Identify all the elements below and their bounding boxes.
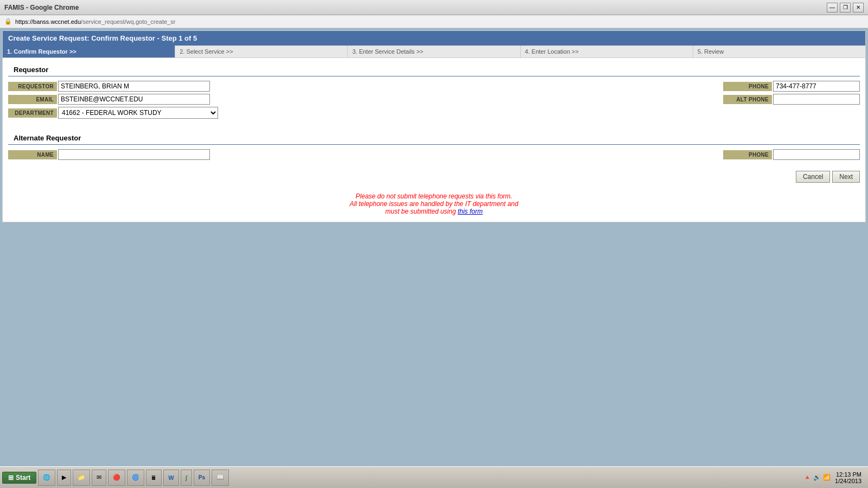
page-header: Create Service Request: Confirm Requesto… — [3, 31, 865, 46]
restore-button[interactable]: ❐ — [840, 3, 851, 12]
photoshop-icon: Ps — [199, 474, 205, 480]
close-button[interactable]: ✕ — [853, 3, 864, 12]
minimize-button[interactable]: — — [827, 3, 838, 12]
taskbar-calc[interactable]: 🖩 — [146, 470, 162, 486]
alt-name-input[interactable] — [58, 149, 210, 160]
alt-phone-label: ALT PHONE — [723, 95, 772, 104]
warning-line3: must be submitted using this form — [8, 208, 860, 215]
email-label: EMAIL — [8, 95, 57, 104]
app1-icon: 🔴 — [113, 474, 120, 481]
media-icon: ▶ — [62, 474, 66, 481]
cancel-button[interactable]: Cancel — [796, 171, 830, 183]
requestor-left: REQUESTOR — [8, 81, 434, 92]
phone-input[interactable] — [773, 81, 860, 92]
alt-phone-row-right: PHONE — [434, 149, 860, 160]
alt-phone-input[interactable] — [773, 94, 860, 105]
mathtype-icon: ∫ — [186, 474, 187, 481]
address-text: https://banss.wccnet.edu/service_request… — [15, 18, 175, 25]
tray-icon-3: 📶 — [823, 474, 831, 481]
browser-titlebar: FAMIS - Google Chrome — ❐ ✕ — [0, 0, 868, 15]
step-1[interactable]: 1. Confirm Requestor >> — [3, 46, 175, 57]
requestor-row: REQUESTOR PHONE — [8, 81, 860, 92]
system-tray: 🔺 🔊 📶 — [803, 474, 831, 481]
phone-label: PHONE — [723, 82, 772, 91]
browser-controls: — ❐ ✕ — [827, 3, 864, 12]
tray-icon-2: 🔊 — [813, 474, 821, 481]
taskbar-photoshop[interactable]: Ps — [194, 470, 210, 486]
requestor-section-header: Requestor — [8, 61, 860, 76]
lock-icon: 🔒 — [4, 18, 12, 25]
browser-title: FAMIS - Google Chrome — [4, 4, 79, 11]
alt-name-left: NAME — [8, 149, 434, 160]
step-3: 3. Enter Service Details >> — [348, 46, 520, 57]
email-left: EMAIL — [8, 94, 434, 105]
alt-name-label: NAME — [8, 150, 57, 159]
alternate-requestor-header: Alternate Requestor — [8, 130, 860, 145]
alt-phone-right: ALT PHONE — [434, 94, 860, 105]
alt-name-row: NAME PHONE — [8, 149, 860, 160]
taskbar-right: 🔺 🔊 📶 12:13 PM 1/24/2013 — [803, 471, 866, 484]
address-bar: 🔒 https://banss.wccnet.edu/service_reque… — [0, 15, 868, 28]
taskbar-mail[interactable]: ✉ — [92, 470, 106, 486]
next-button[interactable]: Next — [832, 171, 860, 183]
clock-time: 12:13 PM — [835, 471, 861, 478]
step-2: 2. Select Service >> — [175, 46, 348, 57]
clock: 12:13 PM 1/24/2013 — [835, 471, 861, 484]
files-icon: 📁 — [78, 474, 85, 481]
warning-line2: All telephone issues are handled by the … — [8, 200, 860, 208]
mail-icon: ✉ — [97, 474, 101, 481]
buttons-row: Cancel Next — [3, 168, 865, 186]
calc-icon: 🖩 — [151, 474, 157, 481]
taskbar-media[interactable]: ▶ — [57, 470, 71, 486]
warning-link[interactable]: this form — [458, 208, 483, 215]
requestor-section: Requestor REQUESTOR PHONE EMAIL ALT PHON… — [3, 58, 865, 126]
chrome-icon: 🌀 — [132, 474, 139, 481]
ie-icon: 🌐 — [43, 474, 50, 481]
taskbar-chrome[interactable]: 🌀 — [127, 470, 144, 486]
taskbar: ⊞ Start 🌐 ▶ 📁 ✉ 🔴 🌀 🖩 W ∫ Ps — [0, 466, 868, 488]
requestor-label: REQUESTOR — [8, 82, 57, 91]
clock-date: 1/24/2013 — [835, 478, 861, 484]
alternate-requestor-section: Alternate Requestor NAME PHONE — [3, 126, 865, 168]
windows-icon: ⊞ — [8, 474, 14, 481]
department-left: DEPARTMENT 41662 - FEDERAL WORK STUDY — [8, 107, 434, 119]
requestor-input[interactable] — [58, 81, 210, 92]
taskbar-word[interactable]: W — [163, 470, 178, 486]
taskbar-mathtype[interactable]: ∫ — [181, 470, 192, 486]
department-label: DEPARTMENT — [8, 108, 57, 118]
reader-icon: 📖 — [216, 474, 224, 481]
email-input[interactable] — [58, 94, 210, 105]
background-area — [0, 224, 868, 441]
taskbar-app1[interactable]: 🔴 — [108, 470, 125, 486]
word-icon: W — [168, 474, 174, 481]
step-4: 4. Enter Location >> — [521, 46, 693, 57]
taskbar-reader[interactable]: 📖 — [212, 470, 229, 486]
department-row: DEPARTMENT 41662 - FEDERAL WORK STUDY — [8, 107, 860, 119]
tray-icon-1: 🔺 — [803, 474, 811, 481]
warning-line1: Please do not submit telephone requests … — [8, 192, 860, 200]
taskbar-ie[interactable]: 🌐 — [38, 470, 55, 486]
page-wrapper: Create Service Request: Confirm Requesto… — [2, 30, 866, 222]
start-button[interactable]: ⊞ Start — [2, 472, 36, 484]
step-navigation: 1. Confirm Requestor >> 2. Select Servic… — [3, 46, 865, 58]
step-5: 5. Review — [693, 46, 865, 57]
email-row: EMAIL ALT PHONE — [8, 94, 860, 105]
warning-area: Please do not submit telephone requests … — [3, 186, 865, 222]
taskbar-left: ⊞ Start 🌐 ▶ 📁 ✉ 🔴 🌀 🖩 W ∫ Ps — [2, 470, 229, 486]
requestor-right: PHONE — [434, 81, 860, 92]
alt-req-phone-label: PHONE — [723, 150, 772, 159]
department-select[interactable]: 41662 - FEDERAL WORK STUDY — [58, 107, 218, 119]
alt-req-phone-input[interactable] — [773, 149, 860, 160]
taskbar-files[interactable]: 📁 — [73, 470, 90, 486]
